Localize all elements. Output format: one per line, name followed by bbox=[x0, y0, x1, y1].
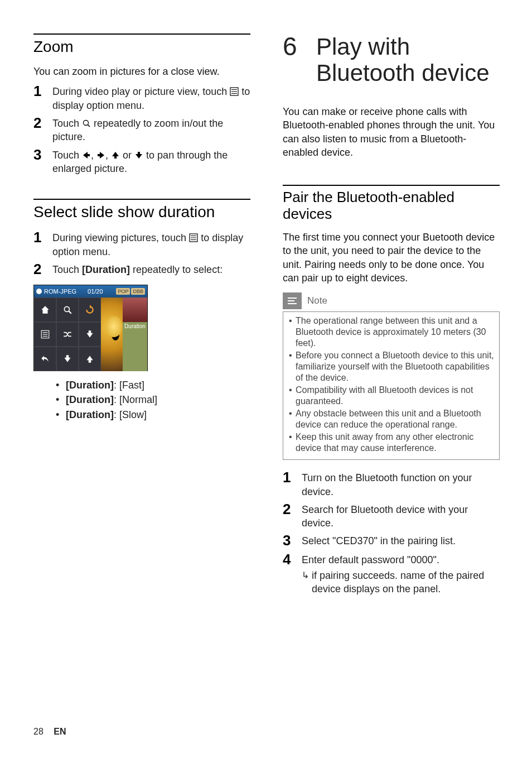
zoom-heading: Zoom bbox=[33, 38, 250, 56]
rule bbox=[283, 185, 500, 186]
menu-list-icon bbox=[34, 322, 56, 347]
step-text: During viewing pictures, touch to displa… bbox=[52, 230, 250, 258]
step-number: 3 bbox=[283, 533, 302, 548]
step-number: 1 bbox=[33, 84, 52, 99]
step-number: 2 bbox=[283, 502, 302, 517]
rotate-icon bbox=[79, 298, 101, 322]
left-column: Zoom You can zoom in pictures for a clos… bbox=[33, 33, 250, 599]
arrow-up-icon bbox=[111, 151, 120, 160]
slide-steps: 1 During viewing pictures, touch to disp… bbox=[33, 230, 250, 277]
step-text: Search for Bluetooth device with your de… bbox=[302, 502, 500, 530]
note-label: Note bbox=[307, 295, 327, 306]
magnifier-icon bbox=[56, 298, 79, 322]
note-box: Note The operational range between this … bbox=[283, 292, 500, 460]
note-item: The operational range between this unit … bbox=[288, 315, 495, 349]
back-icon bbox=[34, 347, 56, 371]
arrow-up-icon bbox=[79, 347, 101, 371]
note-item: Keep this unit away from any other elect… bbox=[288, 431, 495, 454]
duration-tile: Duration bbox=[123, 322, 147, 371]
chapter-title: Play with Bluetooth device bbox=[316, 33, 500, 86]
right-column: 6 Play with Bluetooth device You can mak… bbox=[283, 33, 500, 599]
step-text: Select "CED370" in the pairing list. bbox=[302, 533, 456, 548]
step-number: 1 bbox=[283, 470, 302, 485]
step-number: 2 bbox=[33, 116, 52, 131]
picture-preview bbox=[101, 298, 123, 371]
menu-list-icon bbox=[230, 87, 239, 96]
note-icon bbox=[283, 292, 302, 309]
list-item: [Duration]: [Normal] bbox=[56, 392, 250, 407]
svg-point-4 bbox=[84, 121, 89, 126]
arrow-down-icon bbox=[79, 322, 101, 347]
pair-heading: Pair the Bluetooth-enabled devices bbox=[283, 189, 500, 223]
step-number: 1 bbox=[33, 230, 52, 245]
chapter-number: 6 bbox=[283, 33, 316, 59]
svg-line-5 bbox=[88, 125, 90, 127]
chapter-intro: You can make or receive phone calls with… bbox=[283, 105, 500, 159]
menu-list-icon bbox=[189, 233, 198, 242]
disc-icon bbox=[36, 289, 42, 294]
rule bbox=[33, 199, 250, 200]
duration-screenshot: ROM-JPEG 01/20 POP DBB Duration bbox=[33, 285, 148, 371]
pair-steps: 1 Turn on the Bluetooth function on your… bbox=[283, 470, 500, 596]
zoom-intro: You can zoom in pictures for a close vie… bbox=[33, 65, 250, 78]
page-footer: 28 EN bbox=[33, 727, 66, 737]
home-icon bbox=[34, 298, 56, 322]
step-text: Enter default password "0000". ↳ if pair… bbox=[302, 552, 500, 596]
step-number: 3 bbox=[33, 147, 52, 162]
arrow-right-icon bbox=[96, 151, 105, 160]
screenshot-side-a bbox=[123, 298, 147, 322]
list-item: [Duration]: [Fast] bbox=[56, 378, 250, 392]
step-text: Touch , , or to pan through the enlarged… bbox=[52, 147, 250, 176]
language-code: EN bbox=[54, 727, 66, 736]
magnifier-icon bbox=[82, 119, 91, 128]
slide-heading: Select slide show duration bbox=[33, 203, 250, 221]
step-text: Turn on the Bluetooth function on your d… bbox=[302, 470, 500, 498]
pop-badge: POP bbox=[116, 288, 130, 295]
zoom-steps: 1 During video play or picture view, tou… bbox=[33, 84, 250, 175]
page-number: 28 bbox=[33, 727, 43, 736]
step-text: Touch [Duration] repeatedly to select: bbox=[52, 262, 223, 276]
screenshot-topbar: ROM-JPEG 01/20 POP DBB bbox=[34, 285, 147, 298]
shuffle-icon bbox=[56, 322, 79, 347]
rule bbox=[33, 33, 250, 35]
note-item: Any obstacle between this unit and a Blu… bbox=[288, 408, 495, 430]
duration-options: [Duration]: [Fast] [Duration]: [Normal] … bbox=[56, 378, 250, 421]
svg-point-10 bbox=[64, 307, 69, 312]
screenshot-counter: 01/20 bbox=[88, 288, 103, 295]
note-item: Before you connect a Bluetooth device to… bbox=[288, 350, 495, 383]
note-item: Compatibility with all Bluetooth devices… bbox=[288, 385, 495, 407]
svg-line-11 bbox=[69, 311, 71, 314]
arrow-down-icon bbox=[56, 347, 79, 371]
screenshot-mode-label: ROM-JPEG bbox=[44, 288, 76, 295]
step-text: Touch repeatedly to zoom in/out the pict… bbox=[52, 116, 250, 144]
step-number: 4 bbox=[283, 552, 302, 567]
arrow-left-icon bbox=[82, 151, 91, 160]
dbb-badge: DBB bbox=[131, 288, 145, 295]
arrow-down-icon bbox=[134, 151, 143, 160]
result-arrow-icon: ↳ bbox=[302, 569, 312, 582]
pair-intro: The first time you connect your Buetooth… bbox=[283, 231, 500, 285]
step-number: 2 bbox=[33, 262, 52, 277]
step-text: During video play or picture view, touch… bbox=[52, 84, 250, 112]
list-item: [Duration]: [Slow] bbox=[56, 407, 250, 422]
result-substep: ↳ if pairing succeeds. name of the paire… bbox=[302, 569, 500, 596]
